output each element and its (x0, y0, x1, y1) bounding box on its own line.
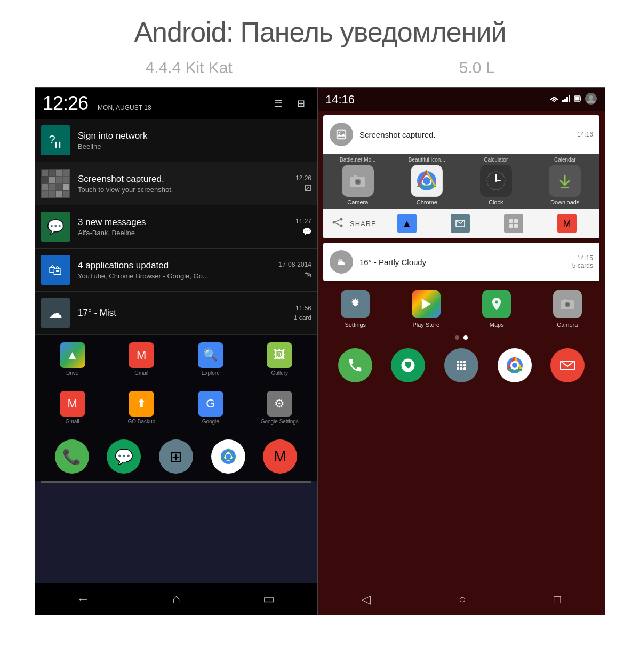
lp-share-app2-icon[interactable] (451, 214, 470, 233)
kk-notif-signin[interactable]: ?▌▌ Sign into network Beeline (35, 119, 317, 162)
svg-point-45 (457, 361, 459, 363)
kk-screenshot-sub: Touch to view your screenshot. (78, 186, 295, 194)
lp-screenshot-notif-title: Screenshot captured. (359, 130, 577, 139)
lp-gmail-main-icon[interactable] (550, 348, 585, 382)
kk-app-explore[interactable]: 🔍 Explore (179, 342, 243, 376)
partly-cloudy-svg (335, 255, 348, 268)
hangouts-icon: 💬 (47, 219, 64, 235)
lp-camera-dock-label: Camera (557, 322, 578, 328)
svg-rect-5 (564, 99, 566, 102)
gmail-main-svg (559, 359, 575, 372)
lp-app-col-chrome[interactable]: Beautiful Icon... Chrome (393, 154, 462, 209)
kk-home-button[interactable]: ⌂ (172, 591, 180, 606)
kk-notif-updates[interactable]: 🛍 4 applications updated YouTube, Chrome… (35, 249, 317, 292)
svg-point-53 (463, 367, 466, 370)
kk-app-google[interactable]: G Google (179, 391, 243, 425)
kk-launcher-icon[interactable]: ⊞ (159, 439, 193, 474)
lp-clock-app-icon (480, 165, 512, 197)
kk-gmail-big-icon[interactable]: M (263, 439, 297, 474)
lp-dock-playstore[interactable]: Play Store (393, 290, 460, 328)
kk-app-drive[interactable]: ▲ Drive (41, 342, 105, 376)
kk-home-area: ▲ Drive M Gmail 🔍 Explore 🖼 Gallery (35, 335, 317, 481)
svg-rect-9 (575, 97, 580, 101)
kk-app-gmail2[interactable]: M Gmail (41, 391, 105, 425)
kk-settings-icon[interactable]: ☰ (270, 97, 287, 110)
lp-app-grid: Battle.net Mo... Camera (323, 154, 599, 209)
lp-dock-settings[interactable]: Settings (322, 290, 389, 328)
kk-scrollbar[interactable] (41, 481, 311, 483)
svg-rect-4 (562, 100, 564, 102)
lp-hangouts-icon[interactable] (391, 348, 425, 382)
lp-weather-card[interactable]: 16° - Partly Cloudy 14:15 5 cards (323, 243, 599, 281)
lp-dock-camera[interactable]: Camera (534, 290, 601, 328)
kk-phone-icon[interactable]: 📞 (55, 439, 89, 474)
kk-drive-icon: ▲ (60, 342, 85, 368)
kk-weather-icon: ☁ (41, 298, 70, 328)
lp-signal-icon (562, 95, 571, 104)
kk-users-icon[interactable]: ⊞ (292, 97, 309, 110)
lp-back-button[interactable]: ◁ (362, 593, 371, 606)
lp-screenshot-card[interactable]: Screenshot captured. 14:16 Battle.net Mo… (323, 115, 599, 238)
svg-point-51 (457, 367, 459, 370)
kk-status-icons: ☰ ⊞ (270, 97, 309, 110)
kk-google-label: Google (202, 419, 219, 425)
kk-messages-meta: 11:27 💬 (295, 218, 311, 236)
lp-recent-button[interactable]: □ (554, 593, 561, 606)
lp-share-drive-icon[interactable]: ▲ (397, 214, 417, 233)
kk-app-gmail[interactable]: M Gmail (110, 342, 174, 376)
kk-notif-weather[interactable]: ☁ 17° - Mist 11:56 1 card (35, 292, 317, 335)
svg-point-46 (460, 361, 462, 363)
lp-chrome-main-icon[interactable] (498, 348, 532, 382)
kk-app-gallery[interactable]: 🖼 Gallery (248, 342, 312, 376)
kk-explore-label: Explore (202, 370, 220, 376)
kk-apps-row1: ▲ Drive M Gmail 🔍 Explore 🖼 Gallery (35, 335, 317, 383)
kk-recent-button[interactable]: ▭ (263, 591, 275, 606)
kk-back-button[interactable]: ← (77, 591, 90, 606)
svg-line-31 (334, 219, 341, 222)
kk-notif-screenshot[interactable]: Screenshot captured. Touch to view your … (35, 162, 317, 205)
lp-settings-label: Settings (345, 322, 366, 328)
page-title: Android: Панель уведомлений (0, 16, 640, 48)
kk-time: 12:26 (43, 92, 88, 115)
lp-launcher-icon[interactable] (444, 348, 478, 382)
kk-updates-meta: 17-08-2014 🛍 (279, 261, 311, 279)
lp-battery-icon (574, 95, 581, 104)
lp-screenshot-row: Screenshot captured. 14:16 (323, 115, 599, 154)
lp-app-col-downloads[interactable]: Calendar Downloads (531, 154, 600, 209)
lp-share-gmail-icon[interactable]: M (557, 214, 577, 233)
kk-app-googlesettings[interactable]: ⚙ Google Settings (248, 391, 312, 425)
kk-app-gobackup[interactable]: ⬆ GO Backup (110, 391, 174, 425)
store-icon: 🛍 (49, 262, 62, 278)
lp-share-label: SHARE (350, 220, 377, 228)
lp-dock-maps[interactable]: Maps (463, 290, 530, 328)
lp-dot-1[interactable] (455, 335, 459, 340)
share-app2-svg (455, 218, 466, 229)
downloads-svg (554, 170, 575, 191)
lp-app-col-clock[interactable]: Calculator Clock (461, 154, 531, 209)
lp-downloads-app-icon (549, 165, 581, 197)
lollipop-panel: 14:16 (317, 87, 605, 615)
lp-settings-icon (341, 290, 370, 318)
svg-rect-44 (564, 299, 566, 301)
camera-dock-svg (560, 298, 575, 310)
lp-dot-2[interactable] (463, 335, 468, 340)
svg-rect-7 (569, 95, 570, 102)
lp-share-icon (332, 218, 343, 230)
lp-share-app3-icon[interactable] (504, 214, 523, 233)
kk-signin-title: Sign into network (78, 131, 311, 141)
kk-updates-icon-small: 🛍 (304, 270, 311, 279)
lp-app-col-camera[interactable]: Battle.net Mo... Camera (323, 154, 393, 209)
kk-chrome-icon[interactable] (211, 439, 245, 474)
svg-point-43 (565, 303, 569, 307)
kk-hangouts-icon[interactable]: 💬 (107, 439, 141, 474)
avatar-svg (585, 92, 597, 105)
kk-notif-messages[interactable]: 💬 3 new messages Alfa-Bank, Beeline 11:2… (35, 205, 317, 249)
lp-weather-notif-body: 16° - Partly Cloudy (359, 258, 572, 267)
lp-home-button[interactable]: ○ (459, 593, 466, 606)
svg-rect-35 (514, 219, 518, 223)
chrome-app-svg (416, 170, 437, 191)
lp-phone-icon[interactable] (338, 348, 372, 382)
kk-messages-title: 3 new messages (78, 217, 295, 228)
wifi-svg (549, 95, 559, 102)
kk-gallery-icon: 🖼 (267, 342, 292, 368)
